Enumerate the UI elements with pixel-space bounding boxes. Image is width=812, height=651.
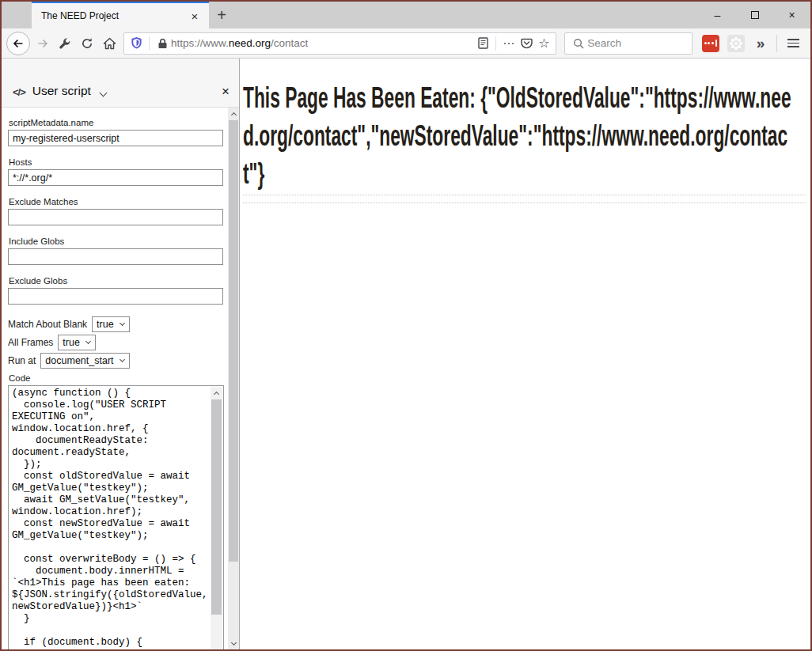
search-icon (570, 38, 587, 49)
chevron-down-icon (119, 356, 124, 361)
reader-mode-icon[interactable] (474, 37, 491, 49)
urlbar-separator-2 (495, 36, 496, 51)
back-arrow-icon (12, 37, 25, 50)
navigation-toolbar: https://www.need.org/contact ⋯ ☆ » (2, 28, 810, 59)
home-icon (103, 37, 116, 50)
exclude-globs-input[interactable] (8, 288, 223, 305)
chevron-down-icon (85, 338, 91, 343)
all-frames-select[interactable]: true (58, 335, 96, 350)
chevron-down-icon (120, 320, 125, 325)
userscript-form: scriptMetadata.name Hosts Exclude Matche… (2, 108, 239, 649)
field-label-exclude-matches: Exclude Matches (9, 197, 215, 206)
window-minimize-button[interactable]: – (699, 2, 736, 28)
exclude-matches-input[interactable] (8, 209, 223, 225)
code-textarea[interactable]: (async function () { console.log("USER S… (9, 386, 223, 649)
page-content: This Page Has Been Eaten: {"OldStoredVal… (240, 59, 810, 649)
sidebar-title: User script (32, 84, 91, 98)
overflow-menu-button[interactable]: » (751, 35, 770, 52)
dotted-divider (243, 202, 806, 203)
page-heading: This Page Has Been Eaten: {"OldStoredVal… (243, 79, 806, 193)
content-area: </> User script × scriptMetadata.name Ho… (2, 59, 810, 649)
browser-window: The NEED Project × + – × (0, 0, 812, 651)
field-label-script-name: scriptMetadata.name (9, 118, 215, 127)
sidebar-scrollbar-thumb[interactable] (229, 120, 238, 562)
search-input[interactable] (587, 37, 687, 49)
new-tab-button[interactable]: + (209, 2, 234, 28)
code-editor: (async function () { console.log("USER S… (8, 385, 224, 649)
tab-bar: The NEED Project × + – × (2, 2, 810, 28)
code-brackets-icon: </> (13, 86, 25, 98)
refresh-icon (81, 37, 93, 50)
scroll-down-icon[interactable] (228, 638, 239, 649)
search-bar[interactable] (564, 32, 692, 55)
url-path: /contact (271, 37, 308, 49)
urlbar-separator (149, 36, 150, 51)
url-display[interactable]: https://www.need.org/contact (171, 37, 474, 49)
sidebar-switcher-chevron-icon[interactable] (99, 89, 107, 97)
run-at-select[interactable]: document_start (40, 353, 129, 369)
code-scrollbar-thumb[interactable] (211, 399, 222, 615)
window-maximize-button[interactable] (736, 2, 773, 28)
all-frames-label: All Frames (8, 337, 53, 348)
tab-the-need-project[interactable]: The NEED Project × (32, 2, 209, 28)
run-at-row: Run at document_start (8, 352, 215, 369)
script-name-input[interactable] (8, 130, 223, 146)
reload-button[interactable] (76, 32, 98, 55)
scroll-up-icon[interactable] (211, 387, 222, 399)
userscript-sidebar: </> User script × scriptMetadata.name Ho… (2, 59, 240, 649)
extension-gray-disabled-icon[interactable] (727, 35, 745, 52)
code-label: Code (9, 373, 215, 383)
match-about-blank-row: Match About Blank true (8, 316, 215, 332)
hosts-input[interactable] (8, 169, 223, 186)
tab-title: The NEED Project (41, 10, 187, 21)
extension-red-badge-icon[interactable] (702, 35, 719, 52)
sidebar-body: scriptMetadata.name Hosts Exclude Matche… (2, 108, 239, 649)
window-controls: – × (699, 2, 810, 28)
sidebar-close-button[interactable]: × (222, 84, 230, 100)
all-frames-row: All Frames true (8, 334, 215, 350)
url-domain: need.org (229, 37, 271, 49)
home-button[interactable] (98, 32, 120, 55)
toolbar-separator (776, 35, 777, 52)
match-about-blank-select[interactable]: true (92, 316, 130, 332)
url-protocol: https://www. (171, 37, 229, 49)
window-close-button[interactable]: × (773, 2, 810, 28)
field-label-hosts: Hosts (9, 157, 215, 167)
tab-close-icon[interactable]: × (187, 9, 203, 23)
page-actions-icon[interactable]: ⋯ (500, 36, 518, 51)
sidebar-header: </> User script × (2, 59, 239, 108)
field-label-include-globs: Include Globs (9, 237, 215, 246)
match-about-blank-label: Match About Blank (8, 319, 87, 330)
url-bar[interactable]: https://www.need.org/contact ⋯ ☆ (123, 32, 556, 55)
maximize-icon (751, 11, 759, 19)
include-globs-input[interactable] (8, 248, 223, 265)
scroll-up-icon[interactable] (228, 108, 239, 119)
tracking-protection-shield-icon[interactable] (127, 36, 145, 50)
bookmark-star-icon[interactable]: ☆ (535, 36, 552, 51)
code-scrollbar[interactable] (211, 387, 222, 649)
run-at-label: Run at (8, 355, 36, 366)
field-label-exclude-globs: Exclude Globs (9, 276, 215, 286)
tabbar-spacer (234, 2, 699, 28)
back-button[interactable] (6, 32, 30, 55)
pocket-icon[interactable] (518, 38, 535, 49)
forward-button[interactable] (32, 32, 54, 55)
userscript-tool-button[interactable] (54, 32, 76, 55)
wrench-icon (59, 37, 71, 50)
dotted-divider (243, 195, 806, 195)
menu-button[interactable] (782, 32, 804, 55)
sidebar-scrollbar[interactable] (228, 108, 239, 649)
forward-arrow-icon (36, 37, 49, 50)
lock-icon[interactable] (154, 38, 171, 49)
